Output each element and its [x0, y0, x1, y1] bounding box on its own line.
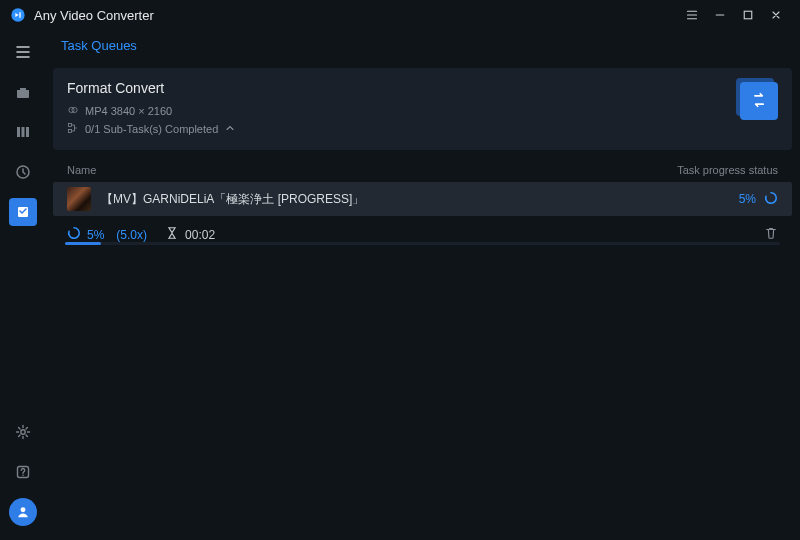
- task-name: 【MV】GARNiDELiA「極楽浄土 [PROGRESS]」: [101, 191, 739, 208]
- sidebar-toggle[interactable]: [9, 38, 37, 66]
- sidebar-item-history[interactable]: [9, 158, 37, 186]
- task-thumbnail: [67, 187, 91, 211]
- svg-rect-13: [69, 124, 72, 127]
- col-status: Task progress status: [677, 164, 778, 176]
- tabbar: Task Queues: [45, 30, 800, 60]
- svg-point-9: [22, 474, 24, 476]
- minimize-button[interactable]: [706, 3, 734, 27]
- tab-task-queues[interactable]: Task Queues: [55, 34, 143, 57]
- svg-rect-2: [17, 127, 20, 137]
- app-logo-icon: [10, 7, 26, 23]
- titlebar: Any Video Converter: [0, 0, 800, 30]
- close-button[interactable]: [762, 3, 790, 27]
- convert-icon: [749, 90, 769, 113]
- progress-fill: [65, 242, 101, 245]
- format-icon: [67, 104, 85, 118]
- sidebar-item-settings[interactable]: [9, 418, 37, 446]
- main-menu-button[interactable]: [678, 3, 706, 27]
- chevron-up-icon: [224, 122, 242, 136]
- svg-point-7: [20, 430, 24, 434]
- maximize-button[interactable]: [734, 3, 762, 27]
- progress-track: [65, 242, 780, 245]
- footer-percent: 5%: [87, 228, 104, 242]
- footer-time: 00:02: [185, 228, 215, 242]
- delete-button[interactable]: [764, 226, 778, 243]
- svg-rect-3: [21, 127, 24, 137]
- spinner-icon: [764, 191, 778, 208]
- footer-row: 5% (5.0x) 00:02: [53, 216, 792, 243]
- sidebar-item-queue[interactable]: [9, 198, 37, 226]
- spinner-icon: [67, 226, 81, 243]
- svg-rect-4: [26, 127, 29, 137]
- format-row: MP4 3840 × 2160: [67, 104, 778, 118]
- format-convert-card: Format Convert MP4 3840 × 2160 0/1 Sub-T…: [53, 68, 792, 150]
- card-title: Format Convert: [67, 80, 778, 96]
- task-percent: 5%: [739, 192, 756, 206]
- sidebar: [0, 30, 45, 540]
- convert-button[interactable]: [740, 82, 778, 120]
- subtask-label: 0/1 Sub-Task(s) Completed: [85, 123, 218, 135]
- col-name: Name: [67, 164, 96, 176]
- hourglass-icon: [165, 226, 179, 243]
- task-row[interactable]: 【MV】GARNiDELiA「極楽浄土 [PROGRESS]」 5%: [53, 182, 792, 216]
- svg-point-10: [20, 507, 25, 512]
- sidebar-item-toolbox[interactable]: [9, 78, 37, 106]
- footer-speed: (5.0x): [116, 228, 147, 242]
- main-panel: Task Queues Format Convert MP4 3840 × 21…: [45, 30, 800, 540]
- subtask-row[interactable]: 0/1 Sub-Task(s) Completed: [67, 122, 778, 136]
- format-label: MP4 3840 × 2160: [85, 105, 172, 117]
- list-header: Name Task progress status: [53, 158, 792, 182]
- sidebar-item-library[interactable]: [9, 118, 37, 146]
- app-title: Any Video Converter: [34, 8, 154, 23]
- user-avatar[interactable]: [9, 498, 37, 526]
- subtask-icon: [67, 122, 85, 136]
- sidebar-item-help[interactable]: [9, 458, 37, 486]
- svg-rect-14: [69, 130, 72, 133]
- svg-rect-1: [744, 11, 752, 19]
